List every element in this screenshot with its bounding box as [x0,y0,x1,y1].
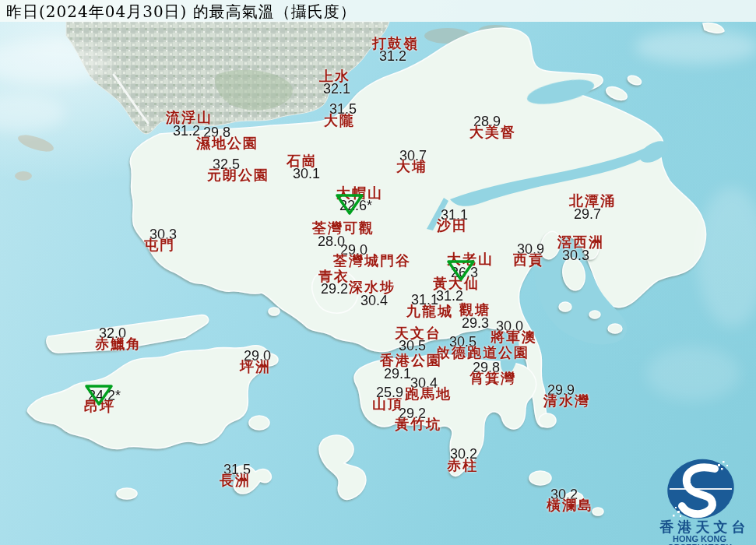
station-name: 大隴 [324,114,355,128]
station-name: 清水灣 [543,394,590,408]
map-land-lamma [319,435,366,499]
map-island-po-toi [529,471,551,485]
triangle-marker [446,258,476,285]
station-name: 跑馬地 [405,387,452,401]
station-name: 石崗 [287,154,318,168]
station-name: 黃竹坑 [395,417,441,431]
hong-kong-map [0,0,756,545]
map-island-waglan [592,508,603,515]
station-name: 觀塘 [459,303,491,317]
station-name: 流浮山 [166,111,213,125]
station-name: 沙田 [437,219,468,233]
station-name: 長洲 [220,473,251,487]
station-name: 天文台 [395,326,441,340]
station-name: 大美督 [469,125,516,139]
map-island-hei-ling-chau [249,416,269,430]
station-name: 上水 [319,69,350,83]
map-land-lantau [27,346,269,449]
station-name: 坪洲 [240,360,271,374]
logo-name-english: HONG KONG OBSERVATORY [643,535,756,545]
hko-logo [646,434,755,520]
station-name: 橫瀾島 [547,498,593,512]
station-name: 荃灣城門谷 [333,254,411,268]
station-name: 荃灣可觀 [312,221,374,235]
station-name: 青衣 [318,269,350,283]
station-name: 北潭涌 [569,194,616,208]
map-island-tung-lung [539,413,556,427]
triangle-marker [335,192,364,219]
station-name: 深水埗 [349,280,396,294]
station-name: 滘西洲 [557,235,604,249]
map-island-crooked [604,84,628,102]
logo-name-chinese: 香港天文台 [654,520,755,534]
page-title: 昨日(2024年04月30日) 的最高氣溫（攝氏度） [6,2,357,23]
station-value: 29.7 [574,207,601,221]
triangle-marker [84,383,114,410]
map-island-crescent [627,74,642,86]
station-name: 打鼓嶺 [372,37,419,51]
station-name: 筲箕灣 [469,371,516,385]
station-name: 香港公園 [380,353,442,367]
station-name: 大埔 [396,160,427,174]
station-value: 30.3 [562,248,589,262]
station-name: 九龍城 [406,304,453,318]
station-name: 赤柱 [447,459,478,473]
station-name: 元朗公園 [207,168,269,182]
station-value: 29.1 [384,367,411,381]
station-name: 赤鱲角 [95,337,142,351]
station-value: 29.3 [462,316,489,330]
map-island-soko [117,488,137,499]
station-name: 濕地公園 [196,136,258,150]
station-value: 30.4 [360,294,388,308]
station-name: 西貢 [513,253,544,267]
station-name: 啟德跑道公園 [436,346,529,360]
station-name: 將軍澳 [491,330,537,344]
hko-max-temperature-map: 昨日(2024年04月30日) 的最高氣溫（攝氏度） 31.2打鼓嶺32.1上水… [0,0,756,545]
map-island-ma-wan [269,308,280,315]
station-name: 屯門 [144,238,175,252]
